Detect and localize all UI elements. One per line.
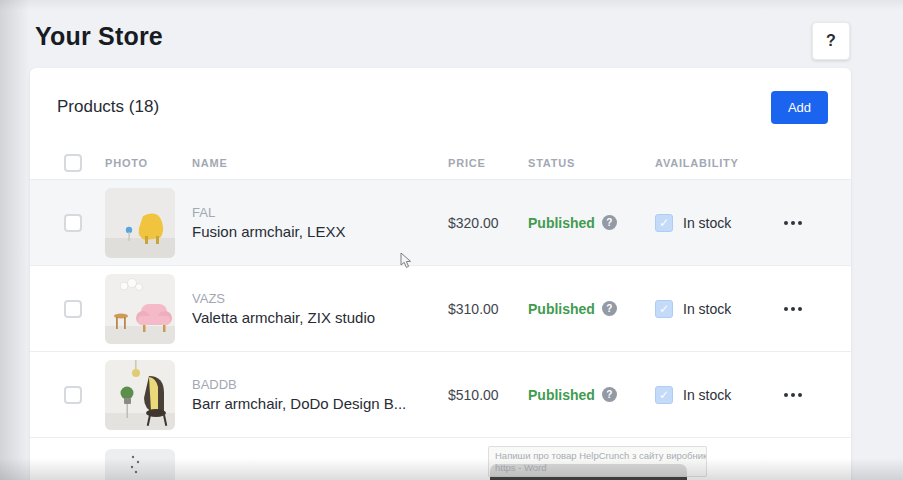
help-button[interactable]: ? [812,22,850,60]
column-header-name: NAME [192,157,448,169]
table-row[interactable]: FAL Fusion armchair, LEXX $320.00 Publis… [30,180,851,266]
row-checkbox[interactable] [64,214,82,232]
status-help-icon[interactable]: ? [602,387,617,402]
column-header-price: PRICE [448,157,528,169]
product-name: Valetta armchair, ZIX studio [192,309,375,326]
product-price: $510.00 [448,387,528,403]
product-price: $310.00 [448,301,528,317]
column-header-photo: PHOTO [105,157,192,169]
product-name: Fusion armchair, LEXX [192,223,345,240]
product-photo [105,188,175,258]
availability-label: In stock [683,215,731,231]
row-actions-button[interactable] [770,221,802,225]
product-sku: FAL [192,205,345,220]
table-row[interactable]: VAZS Valetta armchair, ZIX studio $310.0… [30,266,851,352]
product-price: $320.00 [448,215,528,231]
product-photo [105,449,175,480]
add-product-button[interactable]: Add [771,91,828,124]
availability-label: In stock [683,301,731,317]
helpcrunch-tooltip: Напиши про товар HelpCrunch з сайту виро… [488,446,707,477]
products-panel: Products (18) Add PHOTO NAME PRICE STATU… [30,68,851,480]
in-stock-checkbox[interactable]: ✓ [655,300,673,318]
status-badge: Published [528,387,595,403]
product-photo [105,360,175,430]
table-row[interactable]: UGCX $600.00 Published ? ✓ In stock [30,438,851,480]
row-actions-button[interactable] [770,307,802,311]
status-help-icon[interactable]: ? [602,301,617,316]
status-badge: Published [528,215,595,231]
panel-header: Products (18) Add [30,68,851,146]
row-actions-button[interactable] [770,393,802,397]
column-header-status: STATUS [528,157,655,169]
table-header-row: PHOTO NAME PRICE STATUS AVAILABILITY [30,146,851,180]
product-name: Barr armchair, DoDo Design B... [192,395,406,412]
in-stock-checkbox[interactable]: ✓ [655,386,673,404]
row-checkbox[interactable] [64,300,82,318]
products-heading: Products (18) [57,97,771,117]
product-photo [105,274,175,344]
page-title: Your Store [35,22,163,51]
in-stock-checkbox[interactable]: ✓ [655,214,673,232]
table-row[interactable]: BADDB Barr armchair, DoDo Design B... $5… [30,352,851,438]
product-sku: VAZS [192,291,375,306]
status-help-icon[interactable]: ? [602,215,617,230]
mouse-cursor-icon [399,252,413,270]
product-sku: BADDB [192,377,406,392]
availability-label: In stock [683,387,731,403]
column-header-availability: AVAILABILITY [655,157,770,169]
select-all-checkbox[interactable] [64,154,82,172]
tooltip-line1: Напиши про товар HelpCrunch з сайту виро… [495,450,700,462]
tooltip-line2: https - Word [495,462,700,474]
row-checkbox[interactable] [64,386,82,404]
status-badge: Published [528,301,595,317]
